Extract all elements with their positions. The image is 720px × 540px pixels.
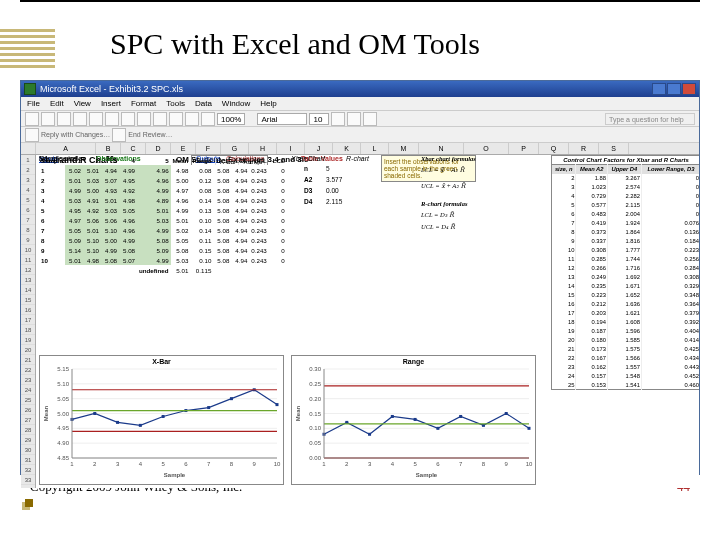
col-header[interactable]: C — [121, 143, 146, 154]
svg-text:2: 2 — [345, 461, 349, 467]
minimize-button[interactable] — [652, 83, 666, 95]
zoom-box[interactable]: 100% — [217, 113, 245, 125]
menu-format[interactable]: Format — [131, 99, 156, 108]
undo-icon[interactable] — [153, 112, 167, 126]
col-header[interactable]: Q — [539, 143, 569, 154]
help-search-box[interactable]: Type a question for help — [605, 113, 695, 125]
row-header[interactable]: 28 — [21, 425, 35, 435]
row-header[interactable]: 20 — [21, 345, 35, 355]
save-icon[interactable] — [57, 112, 71, 126]
col-header[interactable]: O — [464, 143, 509, 154]
col-header[interactable]: L — [361, 143, 389, 154]
svg-text:0.15: 0.15 — [309, 411, 321, 417]
svg-text:8: 8 — [482, 461, 486, 467]
svg-text:5.10: 5.10 — [57, 381, 69, 387]
row-header[interactable]: 4 — [21, 185, 35, 195]
row-header[interactable]: 11 — [21, 255, 35, 265]
row-header[interactable]: 32 — [21, 465, 35, 475]
table-row: 150.2231.6520.348 — [552, 291, 700, 300]
font-name-box[interactable]: Arial — [257, 113, 307, 125]
reply-icon[interactable] — [25, 128, 39, 142]
menu-window[interactable]: Window — [222, 99, 250, 108]
row-header[interactable]: 25 — [21, 395, 35, 405]
col-header[interactable]: I — [277, 143, 305, 154]
paste-icon[interactable] — [137, 112, 151, 126]
print-icon[interactable] — [73, 112, 87, 126]
col-header[interactable]: F — [196, 143, 221, 154]
open-icon[interactable] — [41, 112, 55, 126]
row-header[interactable]: 10 — [21, 245, 35, 255]
row-header[interactable]: 23 — [21, 375, 35, 385]
row-header[interactable]: 31 — [21, 455, 35, 465]
formulas-box: Xbar chart formulas LCL = x̄ − A₂ R̄ UCL… — [421, 155, 531, 231]
row-header[interactable]: 16 — [21, 305, 35, 315]
svg-text:0.00: 0.00 — [309, 455, 321, 461]
italic-icon[interactable] — [347, 112, 361, 126]
row-header[interactable]: 7 — [21, 215, 35, 225]
bold-icon[interactable] — [331, 112, 345, 126]
menu-insert[interactable]: Insert — [101, 99, 121, 108]
new-icon[interactable] — [25, 112, 39, 126]
row-header[interactable]: 29 — [21, 435, 35, 445]
row-header[interactable]: 26 — [21, 405, 35, 415]
col-header[interactable]: G — [221, 143, 249, 154]
row-header[interactable]: 5 — [21, 195, 35, 205]
preview-icon[interactable] — [89, 112, 103, 126]
row-header[interactable]: 2 — [21, 165, 35, 175]
col-header[interactable]: S — [599, 143, 629, 154]
maximize-button[interactable] — [667, 83, 681, 95]
col-header[interactable]: P — [509, 143, 539, 154]
col-header[interactable]: D — [146, 143, 171, 154]
sort-icon[interactable] — [185, 112, 199, 126]
menu-tools[interactable]: Tools — [166, 99, 185, 108]
close-button[interactable] — [682, 83, 696, 95]
row-header[interactable]: 27 — [21, 415, 35, 425]
row-header[interactable]: 18 — [21, 325, 35, 335]
row-header[interactable]: 6 — [21, 205, 35, 215]
row-header[interactable]: 12 — [21, 265, 35, 275]
cut-icon[interactable] — [105, 112, 119, 126]
row-header[interactable]: 17 — [21, 315, 35, 325]
row-header[interactable]: 14 — [21, 285, 35, 295]
row-header[interactable]: 15 — [21, 295, 35, 305]
end-review-icon[interactable] — [112, 128, 126, 142]
table-row: 210.1731.5750.425 — [552, 345, 700, 354]
row-header[interactable]: 33 — [21, 475, 35, 485]
col-header[interactable]: J — [305, 143, 333, 154]
menu-data[interactable]: Data — [195, 99, 212, 108]
row-header[interactable]: 3 — [21, 175, 35, 185]
row-header[interactable]: 22 — [21, 365, 35, 375]
col-header[interactable]: M — [389, 143, 419, 154]
menu-view[interactable]: View — [74, 99, 91, 108]
chart-icon[interactable] — [201, 112, 215, 126]
col-header[interactable]: A — [36, 143, 96, 154]
row-header[interactable]: 13 — [21, 275, 35, 285]
col-header[interactable]: B — [96, 143, 121, 154]
titlebar[interactable]: Microsoft Excel - Exhibit3.2 SPC.xls — [21, 81, 699, 97]
col-header[interactable]: H — [249, 143, 277, 154]
row-header[interactable]: 8 — [21, 225, 35, 235]
row-header[interactable]: 34 — [21, 485, 35, 488]
copy-icon[interactable] — [121, 112, 135, 126]
svg-text:4: 4 — [391, 461, 395, 467]
menu-help[interactable]: Help — [260, 99, 276, 108]
table-row: 230.1621.5570.443 — [552, 363, 700, 372]
menu-edit[interactable]: Edit — [50, 99, 64, 108]
row-header[interactable]: 9 — [21, 235, 35, 245]
worksheet[interactable]: ABCDEFGHIJKLMNOPQRS 12345678910111213141… — [21, 143, 699, 488]
row-header[interactable]: 1 — [21, 155, 35, 165]
row-header[interactable]: 21 — [21, 355, 35, 365]
row-header[interactable]: 24 — [21, 385, 35, 395]
col-header[interactable]: N — [419, 143, 464, 154]
row-header[interactable]: 30 — [21, 445, 35, 455]
table-row: 180.1941.6080.392 — [552, 318, 700, 327]
font-size-box[interactable]: 10 — [309, 113, 329, 125]
underline-icon[interactable] — [363, 112, 377, 126]
table-row: 140.2351.6710.329 — [552, 282, 700, 291]
col-header[interactable]: E — [171, 143, 196, 154]
col-header[interactable]: R — [569, 143, 599, 154]
menu-file[interactable]: File — [27, 99, 40, 108]
redo-icon[interactable] — [169, 112, 183, 126]
col-header[interactable]: K — [333, 143, 361, 154]
row-header[interactable]: 19 — [21, 335, 35, 345]
